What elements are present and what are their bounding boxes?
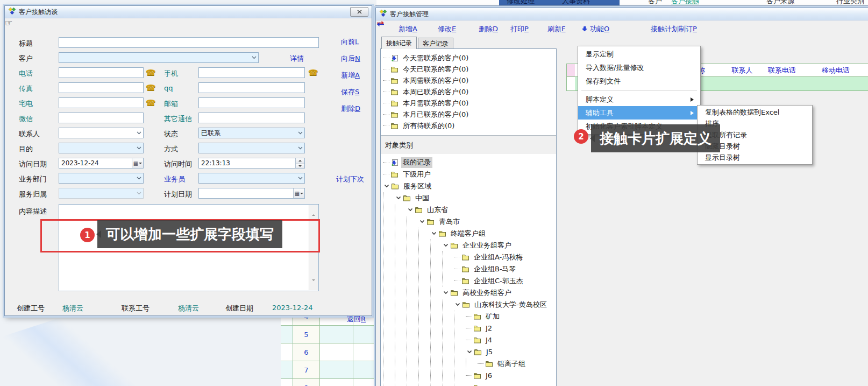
calendar-icon[interactable]: ▦ (293, 188, 304, 198)
grid-header-col6[interactable] (863, 64, 868, 77)
tree-item[interactable]: 山东科技大学-黄岛校区 (383, 299, 556, 310)
input-邮箱[interactable] (198, 97, 305, 108)
menu-item-脚本定义[interactable]: 脚本定义 (578, 93, 700, 106)
tree-item[interactable]: 山东省 (383, 204, 556, 215)
time-spinner[interactable] (295, 158, 304, 168)
tree-item[interactable]: J6 (383, 370, 556, 381)
tree-item[interactable]: 今天已联系的客户(0) (383, 64, 556, 75)
toolbar-2[interactable]: 修改E (438, 24, 456, 34)
chevron-down-icon[interactable] (395, 196, 402, 200)
grid-row-cell[interactable] (755, 76, 809, 91)
toolbar-6[interactable]: 功能O (582, 24, 609, 34)
tree-item[interactable]: 企业业务组客户 (383, 240, 556, 251)
tree-item[interactable] (383, 382, 556, 386)
return-link[interactable]: 返回R (347, 314, 366, 324)
tab-接触记录[interactable]: 接触记录 (381, 37, 417, 49)
grid-row-cell[interactable] (863, 76, 868, 91)
menu-item-导入数据/批量修改[interactable]: 导入数据/批量修改 (578, 61, 700, 74)
input-微信[interactable] (59, 113, 144, 123)
scroll-up-icon[interactable] (312, 206, 315, 214)
tree-item[interactable]: J2 (383, 322, 556, 334)
input-qq[interactable] (198, 82, 305, 93)
chevron-down-icon[interactable] (418, 220, 426, 223)
combo-目的[interactable] (59, 143, 144, 153)
tree-item[interactable]: 本月需联系的客户(0) (383, 97, 556, 109)
chevron-down-icon[interactable] (296, 177, 304, 180)
tree-item[interactable]: 本周已联系的客户(0) (383, 86, 556, 97)
chevron-down-icon[interactable] (134, 192, 143, 195)
tree-item[interactable]: 高校业务组客户 (383, 287, 556, 298)
grid-header-联系电话[interactable]: 联系电话 (755, 64, 809, 77)
grid-header-col0[interactable] (566, 64, 575, 77)
chevron-down-icon[interactable] (250, 56, 258, 59)
input-其它通信[interactable] (198, 113, 305, 123)
input-访问日期[interactable]: 2023-12-24▦ (59, 158, 144, 169)
tree-item[interactable]: 本月已联系的客户(0) (383, 109, 556, 120)
tab-客户记录[interactable]: 客户记录 (418, 38, 453, 49)
input-传真[interactable] (59, 82, 144, 93)
tree-item[interactable]: J4 (383, 334, 556, 346)
chevron-down-icon[interactable] (430, 231, 438, 235)
input-宅电[interactable] (59, 97, 144, 108)
side-link-4[interactable]: 保存S (341, 87, 359, 97)
scroll-down-icon[interactable] (312, 281, 315, 289)
tree-item[interactable]: 本周需联系的客户(0) (383, 75, 556, 86)
tree-item[interactable]: 所有待联系的(0) (383, 120, 556, 131)
combo-客户[interactable] (59, 52, 259, 63)
input-电话[interactable] (59, 67, 144, 78)
close-button[interactable] (350, 7, 368, 17)
menu-item-显示定制[interactable]: 显示定制 (578, 47, 700, 61)
detail-link[interactable]: 详情 (290, 54, 304, 64)
submenu-item-显示目录树[interactable]: 显示目录树 (698, 152, 812, 163)
combo-服务归属[interactable] (59, 188, 144, 199)
tree-item[interactable]: 今天需联系的客户(0) (383, 52, 556, 64)
side-link-2[interactable]: 向后N (341, 54, 360, 64)
side-link-5[interactable]: 删除D (341, 104, 360, 114)
chevron-down-icon[interactable] (134, 131, 143, 135)
tree-item[interactable]: 终端客户组 (383, 228, 556, 239)
chevron-down-icon[interactable] (454, 303, 461, 306)
chevron-down-icon[interactable] (296, 131, 304, 135)
spin-down-icon[interactable] (296, 164, 304, 169)
grid-header-移动电话[interactable]: 移动电话 (809, 64, 863, 77)
toolbar-5[interactable]: 刷新F (547, 24, 565, 34)
manage-titlebar[interactable]: 客户接触管理 (376, 8, 868, 20)
spin-up-icon[interactable] (296, 158, 304, 164)
combo-业务员[interactable] (198, 173, 305, 184)
plan-next-link[interactable]: 计划下次 (336, 174, 364, 184)
calendar-icon[interactable]: ▦ (132, 158, 143, 168)
tree-item[interactable]: 企业组B-马琴 (383, 263, 556, 275)
grid-row-cell[interactable] (729, 76, 756, 91)
input-计划日期[interactable]: ▦ (198, 188, 305, 199)
input-访问时间[interactable]: 22:13:13 (198, 158, 305, 169)
side-link-1[interactable]: 向前L (341, 37, 359, 47)
tree-item[interactable]: 服务区域 (383, 180, 556, 192)
chevron-down-icon[interactable] (466, 350, 473, 354)
side-link-3[interactable]: 新增A (341, 71, 360, 80)
grid-row-cell[interactable] (566, 76, 575, 91)
tree-item[interactable]: 下级用户 (383, 169, 556, 180)
submenu-item-复制表格的数据到Excel[interactable]: 复制表格的数据到Excel (698, 107, 812, 118)
input-手机[interactable] (198, 67, 305, 78)
chevron-down-icon[interactable] (442, 291, 450, 294)
tree-item[interactable]: 企业组C-郭玉杰 (383, 275, 556, 286)
toolbar-4[interactable]: 打印P (510, 24, 529, 34)
grid-row-cell[interactable] (809, 76, 863, 91)
hand-pointer-icon[interactable]: ☞ (5, 18, 372, 28)
combo-联系人[interactable] (59, 128, 144, 138)
input-标题[interactable] (59, 37, 319, 48)
chevron-down-icon[interactable] (134, 177, 143, 180)
combo-状态[interactable]: 已联系 (198, 128, 305, 138)
combo-方式[interactable] (198, 143, 305, 153)
chevron-down-icon[interactable] (442, 243, 450, 247)
menu-item-保存到文件[interactable]: 保存到文件 (578, 74, 700, 88)
combo-业务部门[interactable] (59, 173, 144, 184)
interview-titlebar[interactable]: 客户接触访谈 (5, 6, 372, 18)
chevron-down-icon[interactable] (296, 146, 304, 150)
chevron-down-icon[interactable] (134, 146, 143, 150)
tree-item[interactable]: 企业组A-冯秋梅 (383, 251, 556, 263)
toolbar-3[interactable]: 删除D (479, 24, 498, 34)
menu-item-辅助工具[interactable]: 辅助工具 (578, 106, 700, 120)
tree-item[interactable]: 我的记录 (383, 157, 556, 168)
tree-item[interactable]: 中国 (383, 192, 556, 203)
